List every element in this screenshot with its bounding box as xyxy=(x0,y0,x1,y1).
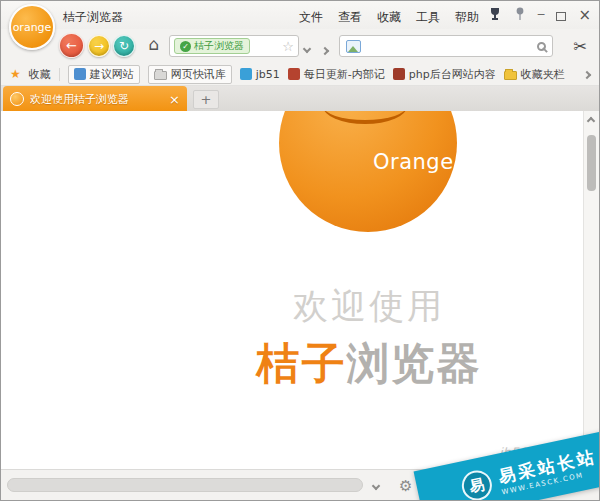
menu-item-tools[interactable]: 工具 xyxy=(416,9,440,26)
bookmark-item[interactable]: php后台网站内容 xyxy=(393,67,496,82)
address-bar[interactable]: ✓ 桔子浏览器 ☆ xyxy=(169,35,299,57)
browser-window: orange 桔子浏览器 文件 查看 收藏 工具 帮助 ─ × ← → xyxy=(0,0,600,501)
separator xyxy=(59,68,60,81)
orange-mascot-ball: Orange xyxy=(279,111,457,232)
status-chevron-down-icon[interactable] xyxy=(372,481,380,489)
snapshot-icon[interactable] xyxy=(346,40,361,53)
brand-title-orange: 桔子 xyxy=(257,338,347,388)
gear-icon[interactable]: ⚙ xyxy=(399,477,412,495)
chevron-down-icon xyxy=(303,45,311,53)
go-button[interactable] xyxy=(322,43,328,57)
browser-logo[interactable]: orange xyxy=(9,4,55,50)
favorites-star-icon[interactable]: ★ xyxy=(10,67,21,81)
favorites-folder-icon xyxy=(504,71,517,80)
bookmark-label: 建议网站 xyxy=(90,67,134,82)
easck-watermark-text: 易采站长站 WWW.EASCK.COM xyxy=(496,445,600,496)
search-icon[interactable] xyxy=(537,42,546,51)
bookmarks-overflow-button[interactable] xyxy=(584,68,590,81)
home-icon: ⌂ xyxy=(149,34,160,54)
minimize-button[interactable]: ─ xyxy=(538,7,545,23)
vertical-scrollbar[interactable] xyxy=(583,111,599,469)
window-title: 桔子浏览器 xyxy=(63,9,123,26)
bookmark-item[interactable]: 网页快讯库 xyxy=(148,65,232,84)
window-controls: ─ × xyxy=(488,7,591,23)
horizontal-scroll-thumb[interactable] xyxy=(7,478,363,492)
url-input[interactable] xyxy=(254,40,278,53)
site-identity-badge[interactable]: ✓ 桔子浏览器 xyxy=(174,38,250,54)
brand-title: 桔子浏览器 xyxy=(257,335,482,393)
refresh-icon: ↻ xyxy=(119,39,129,53)
vertical-scroll-thumb[interactable] xyxy=(587,135,596,191)
back-button[interactable]: ← xyxy=(59,33,84,58)
web-slices-folder-icon xyxy=(154,71,167,80)
address-dropdown-button[interactable] xyxy=(304,41,310,55)
mascot-wordmark: Orange xyxy=(373,150,454,174)
tab-welcome[interactable]: 欢迎使用桔子浏览器 × xyxy=(3,86,187,112)
tab-bar: 欢迎使用桔子浏览器 × + xyxy=(1,86,599,112)
pin-icon[interactable] xyxy=(514,7,526,24)
maximize-button[interactable] xyxy=(556,12,566,21)
favorites-label[interactable]: 收藏 xyxy=(29,67,51,82)
bookmark-label: 收藏夹栏 xyxy=(521,67,565,82)
menu-item-view[interactable]: 查看 xyxy=(338,9,362,26)
site-favicon-icon xyxy=(288,68,300,80)
site-favicon-icon xyxy=(393,68,405,80)
scroll-up-arrow-icon[interactable] xyxy=(587,117,595,125)
bookmark-item[interactable]: 收藏夹栏 xyxy=(504,67,565,82)
search-input[interactable] xyxy=(367,40,531,53)
search-bar[interactable] xyxy=(339,35,553,57)
page-content: Orange 欢迎使用 桔子浏览器 jb51.net xyxy=(1,111,583,469)
close-button[interactable]: × xyxy=(578,8,591,23)
bookmarks-bar: ★ 收藏 建议网站 网页快讯库 jb51 每日更新-内部记 php后台网站内容 … xyxy=(1,63,599,86)
forward-button[interactable]: → xyxy=(88,35,110,57)
chevron-right-icon xyxy=(583,70,591,78)
chevron-right-icon xyxy=(321,47,329,55)
screenshot-scissors-button[interactable]: ✂ xyxy=(574,37,587,56)
bookmark-label: php后台网站内容 xyxy=(409,67,496,82)
bookmark-label: jb51 xyxy=(256,68,280,81)
welcome-text: 欢迎使用 xyxy=(293,283,445,330)
bookmark-item[interactable]: 建议网站 xyxy=(68,65,140,84)
back-arrow-icon: ← xyxy=(66,38,77,53)
browser-logo-label: orange xyxy=(13,21,52,34)
easck-logo: 易 xyxy=(459,468,495,501)
mascot-smile xyxy=(323,111,407,124)
menu-item-file[interactable]: 文件 xyxy=(299,9,323,26)
refresh-button[interactable]: ↻ xyxy=(113,35,135,57)
title-bar: orange 桔子浏览器 文件 查看 收藏 工具 帮助 ─ × xyxy=(1,1,599,29)
menu-item-favorites[interactable]: 收藏 xyxy=(377,9,401,26)
navigation-bar: ← → ↻ ⌂ ✓ 桔子浏览器 ☆ ✂ xyxy=(1,29,599,63)
home-button[interactable]: ⌂ xyxy=(143,34,165,54)
site-badge-label: 桔子浏览器 xyxy=(194,39,244,53)
new-tab-button[interactable]: + xyxy=(193,90,219,109)
bookmark-label: 每日更新-内部记 xyxy=(304,67,385,82)
tab-label: 欢迎使用桔子浏览器 xyxy=(30,92,129,107)
suggested-sites-icon xyxy=(74,68,86,80)
shield-check-icon: ✓ xyxy=(180,41,191,52)
brand-title-gray: 浏览器 xyxy=(347,338,482,388)
bookmark-star-icon[interactable]: ☆ xyxy=(282,39,294,54)
menu-bar: 文件 查看 收藏 工具 帮助 xyxy=(299,9,479,26)
bookmark-item[interactable]: 每日更新-内部记 xyxy=(288,67,385,82)
tab-close-icon[interactable]: × xyxy=(169,92,180,107)
jb51-favicon-icon xyxy=(240,68,252,80)
tab-favicon-icon xyxy=(10,92,24,106)
menu-item-help[interactable]: 帮助 xyxy=(455,9,479,26)
forward-arrow-icon: → xyxy=(94,39,104,53)
trophy-icon[interactable] xyxy=(488,7,502,24)
bookmark-item[interactable]: jb51 xyxy=(240,68,280,81)
bookmark-label: 网页快讯库 xyxy=(171,67,226,82)
